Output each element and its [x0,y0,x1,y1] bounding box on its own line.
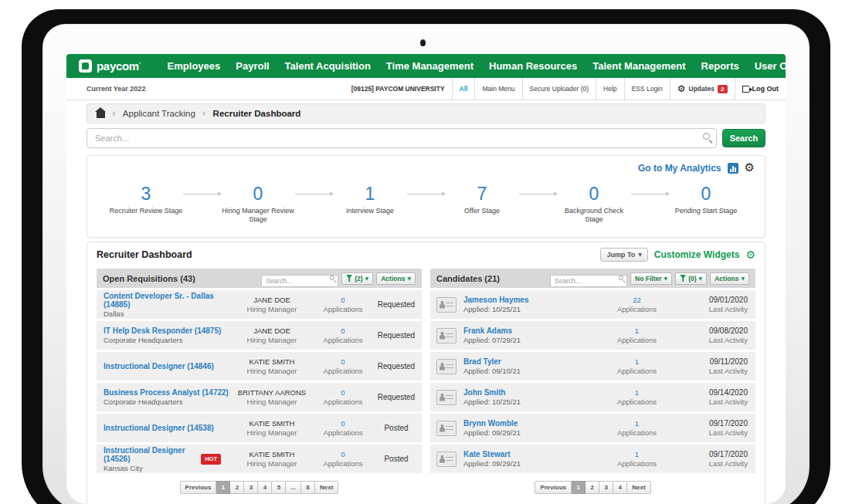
nav-talent-acquisition[interactable]: Talent Acquisition [285,60,371,72]
candidate-row: John Smith Applied: 10/25/21 1 Applicati… [430,383,755,411]
actions-label: Actions [381,275,405,282]
all-toggle[interactable]: All [452,78,475,100]
applications-count-link[interactable]: 1 [589,419,684,428]
ess-login-link[interactable]: ESS Login [624,78,670,100]
hot-badge: HOT [201,454,221,465]
applied-date: Applied: 09/29/21 [463,459,589,468]
pipeline-settings-gear-icon[interactable]: ⚙ [745,162,755,174]
home-icon[interactable] [97,112,105,118]
pagination-page-1[interactable]: 1 [216,481,230,494]
breadcrumb-current-page: Recruiter Dashboard [213,109,301,118]
help-link[interactable]: Help [596,78,623,100]
candidate-link[interactable]: Frank Adams [463,326,589,335]
job-link[interactable]: Instructional Designer (14846) [104,362,229,370]
applications-count-link[interactable]: 0 [315,296,371,305]
nav-user-options[interactable]: User Options [755,60,786,72]
stage-count[interactable]: 0 [669,184,743,204]
applications-count-link[interactable]: 0 [315,450,371,459]
candidates-pagination: Previous 1 2 3 4 Next [430,481,755,494]
applications-count-link[interactable]: 1 [589,357,684,367]
stage-count[interactable]: 7 [445,184,519,204]
pipeline-stages: 3 Recruiter Review Stage 0 Hiring Manage… [109,184,743,224]
global-search-input[interactable] [87,128,717,148]
pagination-page-2[interactable]: 2 [230,481,244,494]
applications-count-link[interactable]: 0 [315,357,371,367]
breadcrumb-applicant-tracking[interactable]: Applicant Tracking [123,109,195,118]
requisitions-filter-button[interactable]: (2) ▼ [341,272,373,285]
stage-count[interactable]: 0 [221,184,295,204]
pagination-page-2[interactable]: 2 [586,481,599,494]
search-icon [619,276,623,280]
nav-payroll[interactable]: Payroll [236,60,269,72]
candidate-link[interactable]: Brynn Womble [463,419,589,428]
pagination-next[interactable]: Next [627,481,650,494]
candidate-link[interactable]: John Smith [463,388,589,397]
updates-button[interactable]: ⚙ Updates 2 [670,78,735,100]
applications-count-link[interactable]: 1 [589,450,684,459]
job-location: Kansas City [104,464,201,472]
last-activity-cell: 09/14/2020 Last Activity [684,388,755,407]
job-link[interactable]: Instructional Designer (14538) [104,424,229,432]
nav-reports[interactable]: Reports [701,60,739,72]
job-link[interactable]: Content Developer Sr. - Dallas (14885) [104,292,229,309]
no-filter-label: No Filter [635,275,661,282]
filter-funnel-icon [346,275,352,282]
applied-date: Applied: 10/25/21 [463,305,589,313]
last-activity-cell: 09/17/2020 Last Activity [684,450,755,468]
pagination-page-3[interactable]: 3 [599,481,613,494]
pagination-page-4[interactable]: 4 [258,481,272,494]
paycom-logo[interactable]: paycom [79,59,141,73]
customize-widgets-link[interactable]: Customize Widgets [654,249,740,260]
applications-cell: 1 Applications [589,450,684,468]
search-button[interactable]: Search [722,129,765,147]
status-label: Requested [371,362,422,370]
stage-count[interactable]: 1 [333,184,407,204]
pagination-next[interactable]: Next [315,481,338,494]
applications-count-link[interactable]: 1 [589,326,684,336]
applications-count-link[interactable]: 0 [315,326,371,336]
jump-to-button[interactable]: Jump To ▼ [600,248,647,262]
requisitions-actions-button[interactable]: Actions ▼ [376,272,416,285]
breadcrumb-chevron-icon: › [112,108,116,119]
stage-count[interactable]: 3 [109,184,183,204]
filter-count: (2) [355,275,362,282]
candidates-filter-button[interactable]: (0) ▼ [675,272,707,285]
candidate-link[interactable]: Kate Stewart [463,450,589,458]
candidates-search-input[interactable] [550,275,627,287]
nav-time-management[interactable]: Time Management [386,60,474,72]
pagination-previous[interactable]: Previous [535,481,572,494]
applications-cell: 1 Applications [589,357,684,376]
main-menu-link[interactable]: Main Menu [474,78,521,100]
go-to-my-analytics-link[interactable]: Go to My Analytics [638,163,721,174]
bar-chart-icon[interactable] [728,163,738,174]
customize-gear-icon[interactable]: ⚙ [745,249,755,260]
applications-count-link[interactable]: 1 [589,388,684,397]
stage-count[interactable]: 0 [557,184,631,204]
pagination-page-5[interactable]: 5 [272,481,286,494]
applications-count-link[interactable]: 0 [315,388,371,397]
nav-human-resources[interactable]: Human Resources [489,60,577,72]
pagination-previous[interactable]: Previous [180,481,217,494]
status-label: Posted [371,455,422,463]
logout-button[interactable]: Log Out [735,78,786,100]
pagination-page-3[interactable]: 3 [244,481,258,494]
candidate-link[interactable]: Brad Tyler [463,357,589,366]
stage-arrow-icon [407,194,445,194]
job-link[interactable]: IT Help Desk Responder (14875) [104,326,229,335]
pagination-page-1[interactable]: 1 [572,481,586,494]
secure-uploader-link[interactable]: Secure Uploader (0) [522,78,596,100]
candidates-no-filter-dropdown[interactable]: No Filter ▼ [630,272,672,285]
nav-talent-management[interactable]: Talent Management [592,60,685,72]
job-link[interactable]: Business Process Analyst (14722) [104,388,229,397]
pagination-page-8[interactable]: 8 [301,481,315,494]
pagination-page-4[interactable]: 4 [613,481,627,494]
candidates-actions-button[interactable]: Actions ▼ [710,272,749,285]
candidate-link[interactable]: Jameson Haymes [463,296,589,304]
job-link[interactable]: Instructional Designer (14526) [104,446,201,463]
open-requisitions-title: Open Requisitions (43) [103,274,195,283]
nav-employees[interactable]: Employees [168,60,221,72]
pagination-ellipsis: ... [286,481,301,494]
applications-count-link[interactable]: 22 [589,296,684,305]
applications-count-link[interactable]: 0 [315,419,371,428]
requisitions-search-input[interactable] [261,275,338,287]
